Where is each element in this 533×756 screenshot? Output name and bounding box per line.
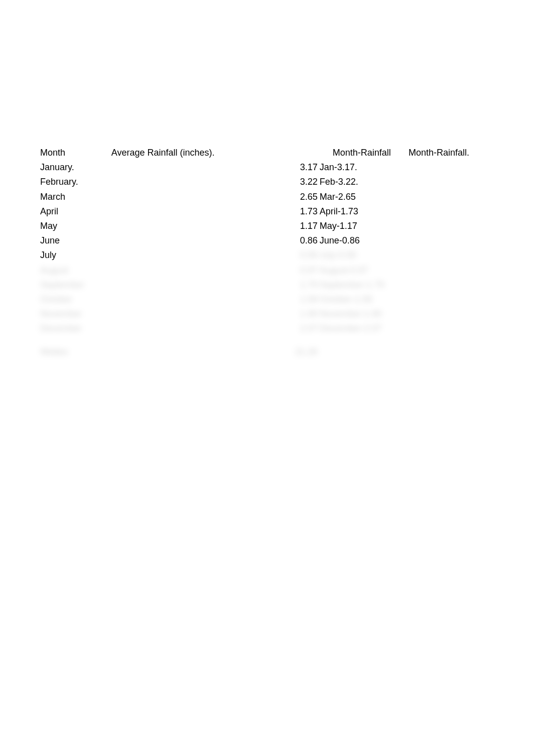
table-row: March2.65Mar-2.65 [40, 190, 492, 204]
cell-month-rainfall: Jan-3.17. [318, 160, 407, 175]
cell-month-rainfall-2 [407, 248, 492, 263]
table-footer-row: Wettes 21.26 [40, 345, 492, 359]
cell-month-rainfall-2 [407, 233, 492, 248]
table-row: June0.86June-0.86 [40, 233, 492, 248]
cell-month-rainfall-2 [407, 204, 492, 219]
table-row: January.3.17Jan-3.17. [40, 160, 492, 175]
cell-month-rainfall: April-1.73 [318, 204, 407, 219]
cell-month-rainfall-2 [407, 263, 492, 278]
footer-label: Wettes [40, 345, 111, 359]
cell-month: February. [40, 175, 111, 189]
table-row: July0.99July-0.99 [40, 248, 492, 263]
cell-month-rainfall-2 [407, 219, 492, 233]
header-rainfall: Average Rainfall (inches). [111, 146, 318, 160]
cell-month-rainfall-2 [407, 160, 492, 175]
cell-month-rainfall-2 [407, 278, 492, 292]
header-month-rainfall-1: Month-Rainfall [318, 146, 407, 160]
table-row: October1.58October-1.58 [40, 292, 492, 307]
table-row: August0.97August-0.97 [40, 263, 492, 278]
cell-month-rainfall: September-1.79 [318, 278, 407, 292]
cell-month-rainfall: Feb-3.22. [318, 175, 407, 189]
table-row: April1.73April-1.73 [40, 204, 492, 219]
cell-rainfall: 3.17 [111, 160, 318, 175]
cell-month-rainfall-2 [407, 321, 492, 336]
cell-rainfall: 1.79 [111, 278, 318, 292]
cell-rainfall: 1.73 [111, 204, 318, 219]
cell-month: May [40, 219, 111, 233]
cell-rainfall: 0.86 [111, 233, 318, 248]
cell-month: March [40, 190, 111, 204]
footer-value: 21.26 [111, 345, 318, 359]
cell-month: September [40, 278, 111, 292]
cell-rainfall: 2.07 [111, 321, 318, 336]
cell-month-rainfall: Mar-2.65 [318, 190, 407, 204]
cell-month: August [40, 263, 111, 278]
cell-month-rainfall: July-0.99 [318, 248, 407, 263]
cell-month: April [40, 204, 111, 219]
cell-month-rainfall-2 [407, 190, 492, 204]
header-month-rainfall-2: Month-Rainfall. [407, 146, 492, 160]
header-month: Month [40, 146, 111, 160]
table-row: November1.90November-1.90 [40, 307, 492, 321]
cell-month-rainfall: August-0.97 [318, 263, 407, 278]
cell-month-rainfall-2 [407, 175, 492, 189]
cell-month: November [40, 307, 111, 321]
cell-month: June [40, 233, 111, 248]
cell-month-rainfall-2 [407, 292, 492, 307]
table-row: February.3.22Feb-3.22. [40, 175, 492, 189]
cell-rainfall: 0.99 [111, 248, 318, 263]
cell-month: January. [40, 160, 111, 175]
cell-month-rainfall: May-1.17 [318, 219, 407, 233]
cell-month: July [40, 248, 111, 263]
cell-month-rainfall: November-1.90 [318, 307, 407, 321]
cell-month: October [40, 292, 111, 307]
cell-month-rainfall-2 [407, 307, 492, 321]
cell-rainfall: 1.90 [111, 307, 318, 321]
cell-rainfall: 1.17 [111, 219, 318, 233]
cell-rainfall: 2.65 [111, 190, 318, 204]
cell-month-rainfall: June-0.86 [318, 233, 407, 248]
table-row: December2.07December-2.07 [40, 321, 492, 336]
table-row: May1.17May-1.17 [40, 219, 492, 233]
cell-month-rainfall: October-1.58 [318, 292, 407, 307]
rainfall-table: Month Average Rainfall (inches). Month-R… [40, 146, 492, 360]
table-header-row: Month Average Rainfall (inches). Month-R… [40, 146, 492, 160]
cell-rainfall: 3.22 [111, 175, 318, 189]
table-row: September1.79September-1.79 [40, 278, 492, 292]
cell-rainfall: 0.97 [111, 263, 318, 278]
cell-month: December [40, 321, 111, 336]
cell-rainfall: 1.58 [111, 292, 318, 307]
cell-month-rainfall: December-2.07 [318, 321, 407, 336]
